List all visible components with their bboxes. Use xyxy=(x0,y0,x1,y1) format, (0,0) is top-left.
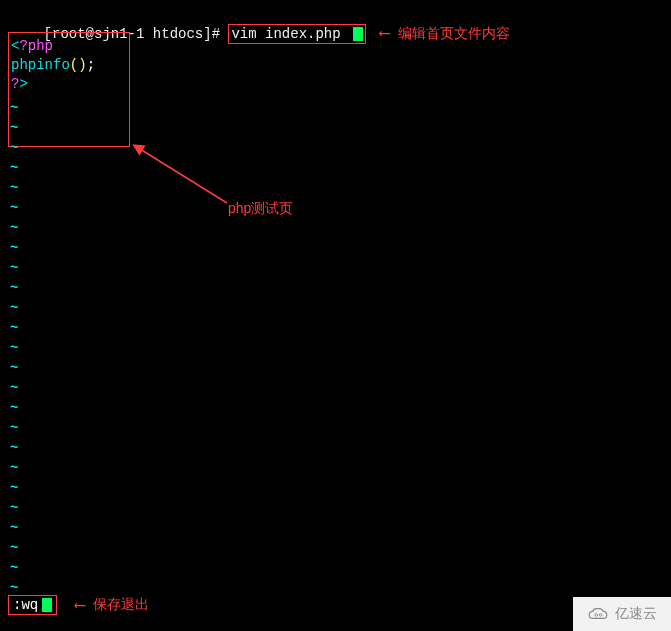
php-keyword: php xyxy=(28,38,53,54)
tilde-line: ~ xyxy=(10,338,18,358)
arrow-left-icon: ⟵ xyxy=(380,25,390,43)
vim-command-line[interactable]: :wq ⟵ 保存退出 xyxy=(8,595,149,615)
tilde-line: ~ xyxy=(10,298,18,318)
tilde-line: ~ xyxy=(10,198,18,218)
terminal-window: [root@sjn1-1 htdocs]# vim index.php ⟵编辑首… xyxy=(0,0,671,631)
tilde-line: ~ xyxy=(10,498,18,518)
tilde-line: ~ xyxy=(10,178,18,198)
cursor-icon xyxy=(353,27,363,41)
tilde-line: ~ xyxy=(10,218,18,238)
wq-highlight-box: :wq xyxy=(8,595,57,615)
php-close-angle: > xyxy=(19,76,27,92)
vim-tilde-column: ~ ~ ~ ~ ~ ~ ~ ~ ~ ~ ~ ~ ~ ~ ~ ~ ~ ~ ~ ~ … xyxy=(10,98,18,598)
tilde-line: ~ xyxy=(10,138,18,158)
tilde-line: ~ xyxy=(10,318,18,338)
svg-point-2 xyxy=(599,614,602,617)
tilde-line: ~ xyxy=(10,458,18,478)
tilde-line: ~ xyxy=(10,398,18,418)
php-function: phpinfo xyxy=(11,57,70,73)
php-parens: () xyxy=(70,57,87,73)
tilde-line: ~ xyxy=(10,278,18,298)
tilde-line: ~ xyxy=(10,98,18,118)
watermark-badge: 亿速云 xyxy=(573,597,671,631)
cloud-icon xyxy=(587,607,609,621)
tilde-line: ~ xyxy=(10,238,18,258)
php-code-box: <?php phpinfo(); ?> xyxy=(8,32,130,147)
tilde-line: ~ xyxy=(10,158,18,178)
tilde-line: ~ xyxy=(10,358,18,378)
tilde-line: ~ xyxy=(10,478,18,498)
tilde-line: ~ xyxy=(10,438,18,458)
arrow-left-icon: ⟵ xyxy=(75,595,85,615)
arrow-diagonal-icon xyxy=(132,143,232,218)
tilde-line: ~ xyxy=(10,378,18,398)
tilde-line: ~ xyxy=(10,518,18,538)
watermark-text: 亿速云 xyxy=(615,605,657,623)
annotation-test-page: php测试页 xyxy=(228,200,293,218)
tilde-line: ~ xyxy=(10,558,18,578)
svg-point-1 xyxy=(595,614,598,617)
php-open-question: ? xyxy=(19,38,27,54)
vim-wq-command: :wq xyxy=(13,597,38,613)
cursor-icon xyxy=(42,598,52,612)
tilde-line: ~ xyxy=(10,418,18,438)
annotation-edit-file: 编辑首页文件内容 xyxy=(398,25,510,41)
typed-command: vim index.php xyxy=(231,26,349,42)
tilde-line: ~ xyxy=(10,538,18,558)
tilde-line: ~ xyxy=(10,258,18,278)
annotation-save-exit: 保存退出 xyxy=(93,596,149,614)
tilde-line: ~ xyxy=(10,118,18,138)
svg-line-0 xyxy=(140,149,227,203)
command-highlight-box: vim index.php xyxy=(228,24,366,44)
php-semicolon: ; xyxy=(87,57,95,73)
